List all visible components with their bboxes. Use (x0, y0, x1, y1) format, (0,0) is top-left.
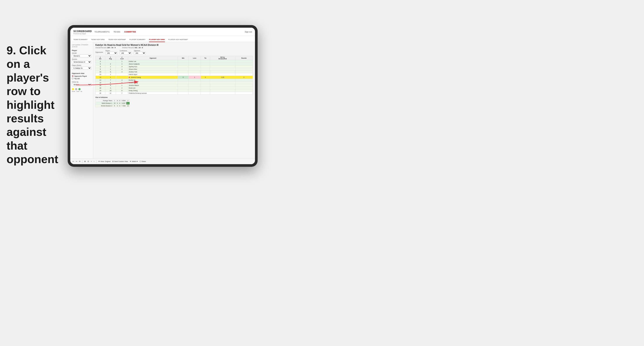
logo-text: SCOREBOARD (73, 30, 92, 32)
col-diff: Diff AvStrokes/Rnd (210, 56, 235, 60)
out-of-division-title: Out of division (96, 96, 253, 98)
sub-nav: TEAM SUMMARY TEAM H2H GRID TEAM H2H HEAT… (70, 36, 255, 42)
share-icon: ⬡ (140, 161, 141, 163)
filter-region-col: Region (All) (106, 50, 118, 54)
sub-nav-player-summary[interactable]: PLAYER SUMMARY (130, 39, 146, 42)
undo-button[interactable]: ↩ (72, 161, 74, 163)
main-content: Last Updated: 27/03/2024 16:55:28 Player… (70, 42, 255, 159)
col-conf: #Conf (116, 56, 128, 60)
sign-out[interactable]: Sign out (245, 31, 252, 33)
table-row[interactable]: 613 Sydney Kuo (96, 65, 253, 68)
colour-by-select[interactable]: Win/loss (72, 83, 92, 86)
grid-button[interactable]: ⊞ (84, 161, 86, 163)
save-icon: ⊟ (112, 161, 114, 163)
out-of-division-table: Foreign Team 1 0 0 4.500 2 NAIA Division… (96, 99, 130, 107)
toolbar-sep-2 (96, 160, 96, 163)
table-row[interactable]: 914 Sharon Mun (96, 68, 253, 71)
radio-top100-dot (72, 78, 74, 79)
bottom-toolbar: ↩ ↪ ⟳ ⊞ ⊡ + ○ 👁 View: Original ⊟ Save Cu… (70, 159, 255, 164)
colour-labels: Down Level Up (72, 91, 92, 92)
table-row[interactable]: 20117 Federica Domecq Lacroze (96, 92, 253, 95)
last-updated: Last Updated: 27/03/2024 16:55:28 (72, 44, 92, 48)
filter-opponent-select[interactable]: (All) (134, 52, 146, 54)
ood-row[interactable]: NCAA Division 2 5 0 0 7.400 10 (96, 105, 130, 107)
redo-button[interactable]: ↪ (76, 161, 77, 163)
gender-label: Gender (72, 52, 92, 54)
table-row[interactable]: 1822 Euna Lee (96, 87, 253, 89)
radio-opponents-played-dot (72, 75, 74, 77)
radio-opponents-played[interactable]: Opponents Played (72, 75, 92, 77)
col-win: Win (178, 56, 188, 60)
page-title: Katelyn Vo Head-to-Head Grid for Women's… (96, 44, 253, 46)
table-row[interactable]: 1474 Eunice Yi (96, 79, 253, 82)
table-row[interactable]: 31 Esther Lee (96, 60, 253, 63)
records-row: Overall Record: 353 - 34 - 6 Division Re… (96, 47, 253, 49)
filter-opponent-col: Opponent (All) (134, 50, 146, 54)
filter-row: Opponents: Region (All) Conference (All) (96, 50, 253, 54)
circle-button[interactable]: ○ (94, 161, 94, 163)
table-row[interactable]: 522 Alexis Sudjianto (96, 63, 253, 65)
main-table: #Div #Reg #Conf Opponent Win Loss Tie Di… (96, 56, 253, 95)
view-icon: 👁 (98, 161, 100, 163)
colour-section: Colour by Win/loss Down Level Up (72, 81, 92, 92)
table-row[interactable]: 131 HeeJo Hyun (96, 73, 253, 76)
tablet-frame: SCOREBOARD Powered by clippd TOURNAMENTS… (68, 25, 258, 167)
nav-tournaments[interactable]: TOURNAMENTS (94, 31, 109, 33)
content-area: Katelyn Vo Head-to-Head Grid for Women's… (93, 42, 255, 159)
top-nav: SCOREBOARD Powered by clippd TOURNAMENTS… (70, 28, 255, 36)
nav-teams[interactable]: TEAMS (114, 31, 120, 33)
sub-nav-team-h2h-heatmap[interactable]: TEAM H2H HEATMAP (108, 39, 126, 42)
colour-dot-level (75, 88, 77, 90)
opponent-view-section: Opponent view Opponents Played Top 100 (72, 72, 92, 79)
colour-by-label: Colour by (72, 81, 92, 83)
table-row[interactable]: 1063 Andrea York (96, 71, 253, 73)
watch-icon: 👁 (130, 161, 132, 163)
sub-nav-player-h2h-grid[interactable]: PLAYER H2H GRID (149, 39, 165, 42)
filter-region-select[interactable]: (All) (106, 52, 118, 54)
filter-conference-select[interactable]: (All) (120, 52, 132, 54)
player-section-title: Player (72, 49, 92, 51)
gender-select[interactable]: Women's (72, 54, 92, 58)
player-rank-select[interactable]: 8. Katelyn Vo (72, 66, 92, 70)
radio-top100[interactable]: Top 100 (72, 78, 92, 79)
opponent-view-title: Opponent view (72, 72, 92, 74)
col-opponent: Opponent (128, 56, 178, 60)
logo-sub: Powered by clippd (73, 33, 92, 34)
sub-nav-team-h2h-grid[interactable]: TEAM H2H GRID (91, 39, 105, 42)
ood-row[interactable]: NAIA Division 1 15 0 0 9.267 30 (96, 102, 130, 105)
toolbar-sep-1 (82, 160, 82, 163)
filter-conference-col: Conference (All) (120, 50, 132, 54)
ood-row[interactable]: Foreign Team 1 0 0 4.500 2 (96, 99, 130, 102)
left-panel: Last Updated: 27/03/2024 16:55:28 Player… (70, 42, 93, 159)
share-button[interactable]: ⬡ Share (140, 161, 146, 163)
watch-button[interactable]: 👁 Watch ▾ (130, 161, 138, 163)
save-custom-button[interactable]: ⊟ Save Custom View (112, 161, 128, 163)
view-original-button[interactable]: 👁 View: Original (98, 161, 110, 163)
division-label: Division (72, 58, 92, 60)
logo: SCOREBOARD Powered by clippd (73, 29, 92, 34)
table-row[interactable]: 1691 Jessica Mason (96, 84, 253, 87)
logo-area: SCOREBOARD Powered by clippd TOURNAMENTS… (73, 29, 136, 34)
table-row[interactable]: 1585 Stella Cheng (96, 82, 253, 84)
sub-nav-team-summary[interactable]: TEAM SUMMARY (73, 39, 88, 42)
col-tie: Tie (201, 56, 210, 60)
layout-button[interactable]: ⊡ (88, 161, 89, 163)
col-rounds: Rounds (235, 56, 253, 60)
division-select[interactable]: NCAA Division III (72, 60, 92, 64)
reset-button[interactable]: ⟳ (79, 161, 80, 163)
arrow-indicator: ▶ (129, 76, 130, 78)
nav-committee[interactable]: COMMITTEE (124, 31, 136, 33)
table-row[interactable]: 19106 Emily Chang (96, 89, 253, 92)
player-rank-label: Player (Rank) (72, 65, 92, 66)
colour-dot-up (78, 88, 80, 90)
annotation-text: 9. Click on a player's row to highlight … (6, 44, 61, 166)
nav-links: TOURNAMENTS TEAMS COMMITTEE (94, 31, 136, 33)
filter-opponents-label-col: Opponents: (96, 51, 103, 53)
add-button[interactable]: + (91, 161, 92, 163)
tablet-screen: SCOREBOARD Powered by clippd TOURNAMENTS… (70, 28, 255, 164)
sub-nav-player-h2h-heatmap[interactable]: PLAYER H2H HEATMAP (168, 39, 188, 42)
col-reg: #Reg (105, 56, 116, 60)
highlighted-row[interactable]: 131 ▶Jessica Huang 0 1 0 -3.00 2 (96, 76, 253, 79)
colour-dots (72, 88, 92, 90)
colour-dot-down (72, 88, 74, 90)
